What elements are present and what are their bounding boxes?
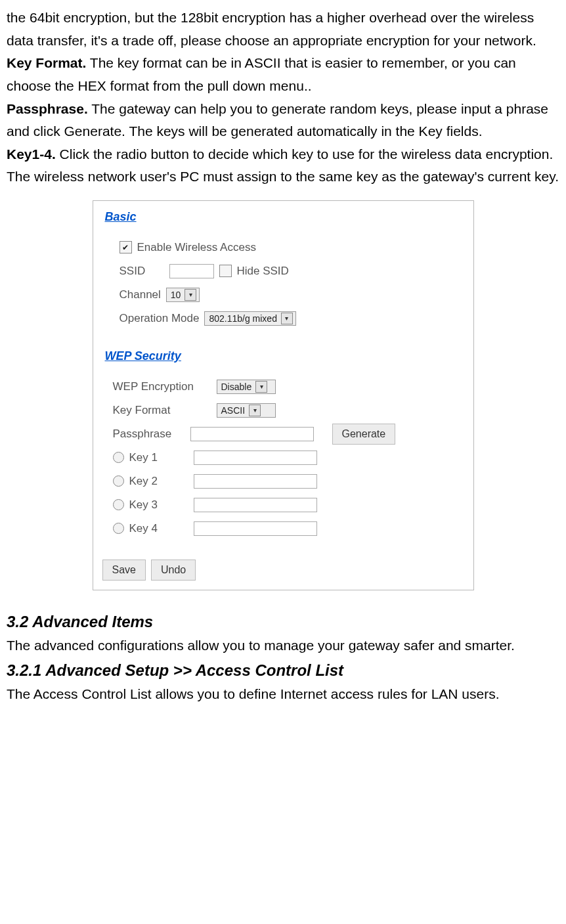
undo-button[interactable]: Undo <box>151 560 196 581</box>
hide-ssid-label: Hide SSID <box>237 260 289 282</box>
opmode-select[interactable]: 802.11b/g mixed ▾ <box>204 311 296 326</box>
channel-select[interactable]: 10 ▾ <box>166 288 200 302</box>
key3-input[interactable] <box>194 498 317 512</box>
key4-input[interactable] <box>194 521 317 536</box>
passphrase-label: Passphrase. <box>7 101 88 116</box>
opmode-value: 802.11b/g mixed <box>209 309 277 328</box>
key1-row: Key 1 <box>113 447 462 469</box>
key-format-row: Key Format ASCII ▾ <box>113 399 462 422</box>
ssid-label: SSID <box>120 260 164 282</box>
wep-section-title: WEP Security <box>93 340 473 370</box>
acl-heading: 3.2.1 Advanced Setup >> Access Control L… <box>7 657 559 684</box>
wep-encryption-select[interactable]: Disable ▾ <box>217 380 276 394</box>
key4-row: Key 4 <box>113 517 462 540</box>
key1-radio[interactable] <box>113 452 124 463</box>
acl-paragraph: The Access Control List allows you to de… <box>7 683 559 706</box>
key2-radio[interactable] <box>113 475 124 487</box>
hide-ssid-checkbox[interactable] <box>219 265 232 277</box>
chevron-down-icon: ▾ <box>255 381 267 393</box>
key1-label: Key 1 <box>129 447 188 469</box>
chevron-down-icon: ▾ <box>249 405 261 416</box>
enable-wireless-row: Enable Wireless Access <box>120 236 462 259</box>
enable-wireless-label: Enable Wireless Access <box>137 236 256 259</box>
chevron-down-icon: ▾ <box>281 313 293 324</box>
channel-value: 10 <box>171 286 181 304</box>
wireless-config-panel: Basic Enable Wireless Access SSID Hide S… <box>93 200 474 590</box>
key4-radio[interactable] <box>113 523 124 534</box>
save-button[interactable]: Save <box>102 560 146 581</box>
key-format-select[interactable]: ASCII ▾ <box>217 403 276 418</box>
basic-section-title: Basic <box>93 201 473 231</box>
chevron-down-icon: ▾ <box>185 289 196 301</box>
key14-text: Click the radio button to decide which k… <box>7 146 559 185</box>
key3-label: Key 3 <box>129 494 188 516</box>
intro-paragraph-1: the 64bit encryption, but the 128bit enc… <box>7 7 559 52</box>
wep-encryption-label: WEP Encryption <box>113 376 211 398</box>
opmode-label: Operation Mode <box>120 307 200 330</box>
passphrase-paragraph: Passphrase. The gateway can help you to … <box>7 98 559 143</box>
channel-label: Channel <box>120 284 161 306</box>
opmode-row: Operation Mode 802.11b/g mixed ▾ <box>120 307 462 330</box>
wep-encryption-value: Disable <box>221 378 252 396</box>
passphrase-row: Passphrase Generate <box>113 423 462 445</box>
key2-input[interactable] <box>194 474 317 489</box>
basic-section-body: Enable Wireless Access SSID Hide SSID Ch… <box>93 231 473 340</box>
passphrase-text: The gateway can help you to generate ran… <box>7 101 548 139</box>
passphrase-input[interactable] <box>190 427 314 441</box>
keyformat-label: Key Format. <box>7 55 86 70</box>
key-format-label: Key Format <box>113 399 211 422</box>
enable-wireless-checkbox[interactable] <box>120 241 132 253</box>
advanced-items-paragraph: The advanced configurations allow you to… <box>7 634 559 657</box>
channel-row: Channel 10 ▾ <box>120 284 462 306</box>
ssid-input[interactable] <box>169 264 214 278</box>
key14-paragraph: Key1-4. Click the radio button to decide… <box>7 143 559 188</box>
key2-label: Key 2 <box>129 470 188 493</box>
wep-section-body: WEP Encryption Disable ▾ Key Format ASCI… <box>93 370 473 550</box>
key4-label: Key 4 <box>129 517 188 540</box>
button-row: Save Undo <box>93 550 473 590</box>
wep-passphrase-label: Passphrase <box>113 423 185 445</box>
wep-encryption-row: WEP Encryption Disable ▾ <box>113 376 462 398</box>
key-format-value: ASCII <box>221 401 246 420</box>
key2-row: Key 2 <box>113 470 462 493</box>
generate-button[interactable]: Generate <box>332 424 396 445</box>
advanced-items-heading: 3.2 Advanced Items <box>7 609 559 635</box>
key3-radio[interactable] <box>113 499 124 510</box>
keyformat-paragraph: Key Format. The key format can be in ASC… <box>7 52 559 97</box>
key1-input[interactable] <box>194 451 317 465</box>
key14-label: Key1-4. <box>7 146 56 162</box>
ssid-row: SSID Hide SSID <box>120 260 462 282</box>
key3-row: Key 3 <box>113 494 462 516</box>
